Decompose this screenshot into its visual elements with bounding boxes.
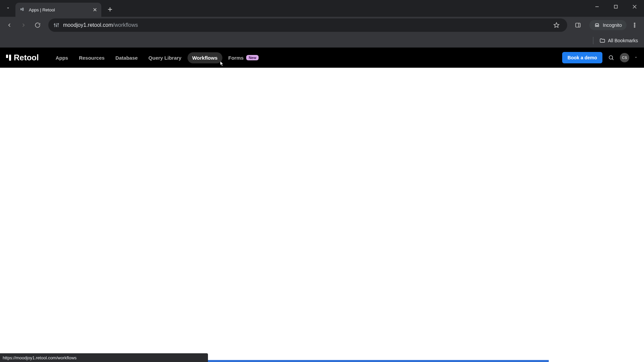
svg-point-23 [634, 25, 635, 26]
nav-forms[interactable]: Forms New [224, 52, 263, 63]
nav-reload-button[interactable] [32, 19, 44, 31]
main-nav: Apps Resources Database Query Library Wo… [51, 52, 263, 63]
window-close[interactable] [625, 0, 644, 13]
svg-point-19 [595, 25, 597, 27]
svg-line-26 [612, 59, 613, 60]
window-maximize[interactable] [606, 0, 625, 13]
svg-rect-17 [576, 23, 580, 27]
bookmarks-divider [593, 37, 593, 44]
url-text: moodjoy1.retool.com/workflows [63, 22, 138, 28]
svg-point-22 [634, 23, 635, 24]
avatar-menu-caret[interactable] [634, 55, 638, 61]
tab-favicon [19, 7, 25, 13]
svg-point-20 [597, 25, 599, 27]
book-demo-button[interactable]: Book a demo [562, 52, 602, 63]
loading-progress-bar [208, 360, 549, 362]
header-right: Book a demo CS [562, 52, 638, 63]
retool-logo-text: Retool [14, 53, 39, 62]
incognito-label: Incognito [603, 22, 622, 28]
browser-tab[interactable]: Apps | Retool [15, 3, 101, 17]
site-settings-icon[interactable] [53, 22, 60, 28]
new-badge: New [246, 55, 259, 60]
avatar[interactable]: CS [620, 53, 629, 62]
svg-marker-16 [554, 23, 559, 27]
nav-query-library-label: Query Library [149, 55, 181, 61]
browser-titlebar: Apps | Retool [0, 0, 644, 17]
incognito-indicator[interactable]: Incognito [589, 20, 627, 30]
svg-point-25 [609, 56, 613, 59]
retool-logo[interactable]: Retool [6, 53, 39, 62]
nav-forward-button[interactable] [17, 19, 30, 31]
tab-search-dropdown[interactable] [3, 3, 13, 13]
browser-chrome: Apps | Retool moodjoy1.retool.com/workfl… [0, 0, 644, 48]
side-panel-icon[interactable] [572, 19, 584, 31]
status-url: https://moodjoy1.retool.com/workflows [3, 355, 76, 360]
tab-title: Apps | Retool [29, 7, 89, 12]
window-controls [588, 0, 644, 13]
svg-point-24 [634, 26, 635, 27]
page-content [0, 68, 644, 362]
browser-menu-icon[interactable] [629, 19, 641, 31]
url-path: /workflows [113, 22, 138, 28]
nav-workflows-label: Workflows [192, 55, 218, 61]
all-bookmarks-button[interactable]: All Bookmarks [599, 38, 638, 44]
app-header: Retool Apps Resources Database Query Lib… [0, 48, 644, 68]
url-host: moodjoy1.retool.com [63, 22, 113, 28]
nav-database-label: Database [115, 55, 138, 61]
retool-logo-mark [6, 55, 11, 61]
nav-back-button[interactable] [3, 19, 15, 31]
nav-apps[interactable]: Apps [51, 52, 73, 63]
nav-database[interactable]: Database [111, 52, 143, 63]
all-bookmarks-label: All Bookmarks [608, 38, 638, 43]
nav-resources[interactable]: Resources [74, 52, 109, 63]
new-tab-button[interactable] [105, 4, 115, 15]
nav-workflows[interactable]: Workflows [187, 52, 222, 63]
tab-close-button[interactable] [92, 7, 98, 13]
svg-rect-1 [22, 8, 23, 11]
bookmarks-bar: All Bookmarks [0, 34, 644, 48]
browser-toolbar: moodjoy1.retool.com/workflows Incognito [0, 17, 644, 34]
bookmark-star-icon[interactable] [550, 19, 562, 31]
svg-rect-7 [614, 5, 618, 8]
address-bar[interactable]: moodjoy1.retool.com/workflows [48, 18, 567, 32]
nav-forms-label: Forms [228, 55, 244, 61]
link-status-bar: https://moodjoy1.retool.com/workflows [0, 353, 208, 362]
search-icon[interactable] [607, 54, 615, 62]
nav-apps-label: Apps [56, 55, 68, 61]
nav-query-library[interactable]: Query Library [144, 52, 186, 63]
svg-rect-0 [20, 8, 22, 10]
nav-resources-label: Resources [79, 55, 105, 61]
window-minimize[interactable] [588, 0, 606, 13]
